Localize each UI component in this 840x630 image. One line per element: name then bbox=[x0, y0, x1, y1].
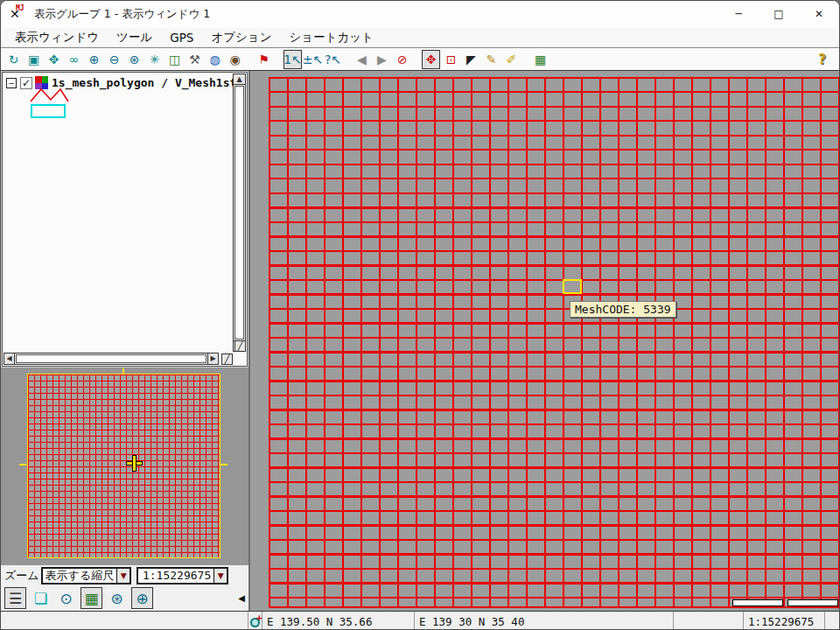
scale-bar-segment bbox=[788, 599, 838, 606]
map-tools-button[interactable]: ⚒ bbox=[186, 50, 204, 69]
expand-toggle[interactable]: − bbox=[6, 78, 17, 88]
status-empty-left bbox=[1, 612, 248, 630]
select-toggle-button[interactable]: ±↖ bbox=[304, 50, 322, 69]
legend-button[interactable]: ☰ bbox=[4, 587, 26, 609]
tree-horizontal-scrollbar[interactable]: ◀ ▶ bbox=[4, 353, 219, 365]
overview-tick-right bbox=[220, 464, 228, 466]
map-image-button[interactable]: ▦ bbox=[531, 50, 550, 69]
scroll-up-button[interactable]: ▲ bbox=[234, 74, 245, 85]
add-flag-button[interactable]: ⚑ bbox=[255, 50, 273, 69]
select-one-button[interactable]: 1↖ bbox=[284, 50, 302, 69]
locate-icon bbox=[250, 615, 261, 628]
draw-button[interactable]: ✎ bbox=[482, 50, 500, 69]
refresh-view-button[interactable]: ↻ bbox=[4, 50, 23, 69]
zoom-shrink-button[interactable]: ✳ bbox=[145, 50, 164, 69]
step-back-button[interactable]: ◀ bbox=[353, 50, 371, 69]
map-arrows-icon: ◫ bbox=[169, 51, 180, 68]
zoom-out-icon: ⊖ bbox=[109, 51, 120, 68]
layer-tree-panel[interactable]: − ✓ 1s_mesh_polygon / V_Mesh1st ▲ ▼ bbox=[2, 72, 248, 367]
sash-grip[interactable]: ╱ bbox=[234, 340, 246, 352]
zoom-select-button[interactable]: ⊛ bbox=[125, 50, 144, 69]
overview-map-button[interactable]: ▦ bbox=[80, 587, 102, 609]
vertical-scroll-thumb[interactable] bbox=[234, 86, 244, 340]
pan-button[interactable]: ✥ bbox=[45, 50, 63, 69]
meshcode-tooltip: MeshCODE: 5339 bbox=[570, 301, 676, 318]
zoom-rect-button[interactable]: ⊡ bbox=[442, 50, 460, 69]
pointer-button[interactable]: ◤ bbox=[462, 50, 480, 69]
cursor-help-icon: ?↖ bbox=[325, 51, 341, 68]
scale-mode-value: 表示する縮尺 bbox=[43, 569, 117, 583]
menu-tools[interactable]: ツール bbox=[108, 28, 161, 47]
cursor-plusminus-icon: ±↖ bbox=[303, 51, 323, 68]
zoom-map-icon: ⊛ bbox=[130, 51, 140, 68]
horizontal-scroll-thumb[interactable] bbox=[16, 354, 206, 363]
zoom-label: ズーム bbox=[4, 568, 39, 584]
layer-label[interactable]: 1s_mesh_polygon / V_Mesh1st bbox=[52, 76, 236, 89]
map-shift-button[interactable]: ◫ bbox=[165, 50, 184, 69]
minimize-button[interactable]: ─ bbox=[718, 1, 759, 27]
menu-display-window[interactable]: 表示ウィンドウ bbox=[6, 28, 108, 47]
title-bar[interactable]: MJ ✕ 表示グループ 1 - 表示ウィンドウ 1 ─ □ ✕ bbox=[1, 1, 839, 27]
panel-collapse-button[interactable]: ◀ bbox=[238, 593, 245, 603]
zoom-preview-button[interactable]: ⊛ bbox=[106, 587, 128, 609]
zoom-out-button[interactable]: ⊖ bbox=[105, 50, 123, 69]
overview-crosshair-icon bbox=[127, 456, 142, 471]
magnifier-button[interactable]: ⊙ bbox=[55, 587, 77, 609]
selected-mesh-cell bbox=[563, 279, 582, 294]
menu-gps[interactable]: GPS bbox=[161, 29, 202, 46]
back-icon: ◀ bbox=[357, 51, 367, 68]
magnifier-icon: ⊙ bbox=[60, 590, 72, 607]
content-area: − ✓ 1s_mesh_polygon / V_Mesh1st ▲ ▼ bbox=[1, 71, 839, 611]
layers-button[interactable]: ❏ bbox=[30, 587, 52, 609]
toolbar-buttons: ↻ ▣ ✥ ∞ ⊕ ⊖ ⊛ ✳ ◫ ⚒ ◍ ◉ bbox=[4, 50, 550, 69]
scale-mode-dropdown-button[interactable]: ▼ bbox=[116, 569, 130, 583]
scale-value-dropdown-button[interactable]: ▼ bbox=[214, 569, 227, 583]
scale-value-combo[interactable]: 1:15229675 ▼ bbox=[136, 567, 228, 584]
pan-tool-button[interactable]: ✥ bbox=[422, 50, 440, 69]
status-scale: 1:15229675 bbox=[744, 612, 825, 630]
layers-icon: ❏ bbox=[34, 590, 47, 607]
app-window: MJ ✕ 表示グループ 1 - 表示ウィンドウ 1 ─ □ ✕ 表示ウィンドウ … bbox=[0, 0, 840, 630]
mini-toolbar: ☰ ❏ ⊙ ▦ ⊛ ⊕ ◀ bbox=[1, 585, 248, 611]
snapshot-button[interactable]: ◉ bbox=[226, 50, 244, 69]
pan-arrows-icon: ✥ bbox=[49, 51, 60, 68]
flag-icon: ⚑ bbox=[258, 51, 270, 68]
pan-red-icon: ✥ bbox=[426, 51, 437, 68]
step-forward-button[interactable]: ▶ bbox=[373, 50, 391, 69]
map-viewport[interactable]: MeshCODE: 5339 bbox=[248, 71, 839, 611]
app-icon: MJ ✕ bbox=[10, 5, 27, 23]
mesh-grid[interactable] bbox=[269, 77, 839, 608]
cancel-button[interactable]: ⊘ bbox=[393, 50, 411, 69]
web-map-button[interactable]: ◍ bbox=[206, 50, 224, 69]
previous-view-button[interactable]: ∞ bbox=[65, 50, 83, 69]
scroll-left-button[interactable]: ◀ bbox=[4, 354, 15, 364]
zoom-in-button[interactable]: ⊕ bbox=[85, 50, 103, 69]
menu-shortcuts[interactable]: ショートカット bbox=[281, 28, 382, 47]
overview-tick-top bbox=[122, 368, 124, 374]
scroll-right-button[interactable]: ▶ bbox=[207, 354, 218, 364]
map-tools-icon: ⚒ bbox=[189, 51, 200, 68]
chevron-down-icon: ▼ bbox=[218, 571, 224, 580]
status-empty-right bbox=[825, 612, 839, 630]
what-is-button[interactable]: ?↖ bbox=[324, 50, 342, 69]
overview-map[interactable] bbox=[27, 374, 220, 558]
zoom-controls: ズーム 表示する縮尺 ▼ 1:15229675 ▼ bbox=[1, 564, 248, 585]
zoom-center-button[interactable]: ⊕ bbox=[131, 587, 153, 609]
pencil-icon: ✎ bbox=[486, 51, 497, 68]
help-button[interactable]: ? bbox=[813, 50, 831, 69]
full-extent-button[interactable]: ▣ bbox=[24, 50, 43, 69]
measure-button[interactable]: ✐ bbox=[502, 50, 521, 69]
zoom-rect-icon: ⊡ bbox=[446, 51, 457, 68]
cancel-icon: ⊘ bbox=[397, 51, 408, 68]
sash-grip[interactable]: ╱ bbox=[221, 354, 233, 365]
status-coord-dms: E 139 30 N 35 40 bbox=[415, 612, 674, 630]
close-button[interactable]: ✕ bbox=[799, 1, 839, 27]
scale-mode-select[interactable]: 表示する縮尺 ▼ bbox=[41, 567, 132, 584]
maximize-button[interactable]: □ bbox=[759, 1, 799, 27]
zoom-plus-icon: ⊕ bbox=[136, 590, 148, 607]
tree-vertical-scrollbar[interactable]: ▲ ▼ bbox=[233, 74, 246, 352]
menu-options[interactable]: オプション bbox=[202, 28, 280, 47]
camera-icon: ◉ bbox=[229, 51, 240, 68]
globe-icon: ◍ bbox=[209, 51, 220, 68]
scale-bar-segment bbox=[732, 599, 783, 606]
